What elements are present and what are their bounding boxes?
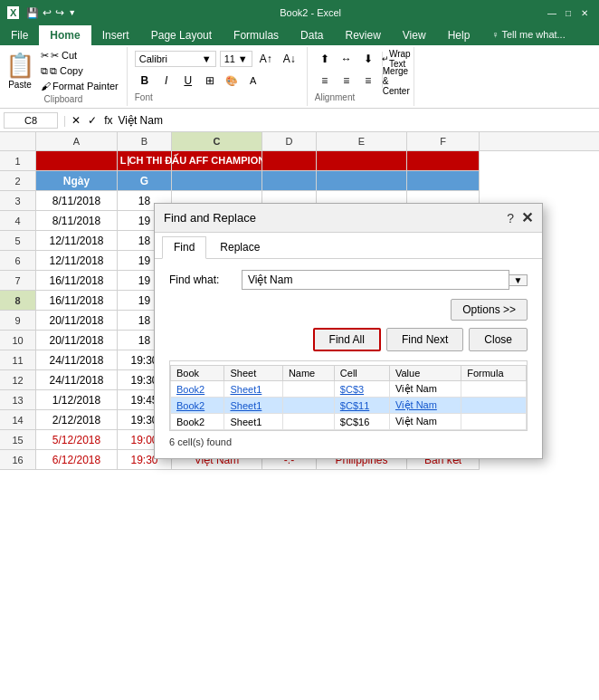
cell-a11[interactable]: 24/11/2018 [36, 350, 118, 370]
cell-a6[interactable]: 12/11/2018 [36, 251, 118, 271]
tab-review[interactable]: Review [334, 25, 391, 45]
cell-a4[interactable]: 8/11/2018 [36, 211, 118, 231]
cell-a7[interactable]: 16/11/2018 [36, 271, 118, 291]
cell-a8[interactable]: 16/11/2018 [36, 291, 118, 311]
col-header-d[interactable]: D [262, 132, 317, 150]
cell-b2[interactable]: G [118, 171, 172, 191]
cell-c2[interactable] [172, 171, 262, 191]
save-icon[interactable]: 💾 [26, 7, 39, 19]
col-header-b[interactable]: B [118, 132, 172, 150]
row-header-9[interactable]: 9 [0, 311, 36, 331]
find-next-button[interactable]: Find Next [386, 328, 463, 351]
dialog-close-btn[interactable]: ✕ [521, 209, 533, 226]
result-row-1[interactable]: Book2 Sheet1 $C$3 Việt Nam [171, 381, 527, 398]
align-left-btn[interactable]: ≡ [315, 71, 335, 91]
increase-font-btn[interactable]: A↑ [256, 49, 276, 69]
font-size-dropdown[interactable]: 11 ▼ [220, 51, 252, 67]
tab-home[interactable]: Home [39, 25, 90, 45]
cell-a1[interactable] [36, 151, 118, 171]
tab-help[interactable]: Help [437, 25, 481, 45]
cell-a9[interactable]: 20/11/2018 [36, 311, 118, 331]
paste-button[interactable]: 📋 Paste [5, 52, 34, 90]
row-header-13[interactable]: 13 [0, 390, 36, 410]
cell-f2[interactable] [407, 171, 480, 191]
dialog-tab-find[interactable]: Find [162, 236, 206, 259]
tab-tell-me[interactable]: ♀ Tell me what... [480, 25, 575, 45]
cell-c1[interactable]: LỊCH THI ĐẤU AFF CHAMPIONSHIP 2018 [172, 151, 262, 171]
find-all-button[interactable]: Find All [313, 328, 381, 351]
cell-a12[interactable]: 24/11/2018 [36, 370, 118, 390]
cell-d1[interactable] [262, 151, 317, 171]
cut-button[interactable]: ✂✂ Cut [38, 49, 121, 62]
align-middle-btn[interactable]: ↔ [337, 49, 357, 69]
cell-a16[interactable]: 6/12/2018 [36, 450, 118, 470]
cell-a14[interactable]: 2/12/2018 [36, 410, 118, 430]
row-header-8[interactable]: 8 [0, 291, 36, 311]
tab-view[interactable]: View [392, 25, 437, 45]
align-top-btn[interactable]: ⬆ [315, 49, 335, 69]
tab-insert[interactable]: Insert [91, 25, 140, 45]
find-what-input[interactable] [242, 270, 509, 290]
tab-formulas[interactable]: Formulas [223, 25, 290, 45]
align-bottom-btn[interactable]: ⬇ [358, 49, 378, 69]
redo-icon[interactable]: ↪ [55, 6, 64, 19]
cell-a15[interactable]: 5/12/2018 [36, 430, 118, 450]
row-header-1[interactable]: 1 [0, 151, 36, 171]
row-header-6[interactable]: 6 [0, 251, 36, 271]
format-painter-button[interactable]: 🖌Format Painter [38, 80, 121, 92]
row-header-11[interactable]: 11 [0, 350, 36, 370]
cell-e1[interactable] [317, 151, 407, 171]
row-header-2[interactable]: 2 [0, 171, 36, 191]
row-header-4[interactable]: 4 [0, 211, 36, 231]
cell-a5[interactable]: 12/11/2018 [36, 231, 118, 251]
undo-icon[interactable]: ↩ [43, 6, 52, 19]
underline-btn[interactable]: U [178, 71, 198, 91]
cell-a3[interactable]: 8/11/2018 [36, 191, 118, 211]
cell-a10[interactable]: 20/11/2018 [36, 331, 118, 350]
font-name-dropdown[interactable]: Calibri ▼ [135, 51, 216, 67]
col-header-c[interactable]: C [172, 132, 262, 150]
row-header-12[interactable]: 12 [0, 370, 36, 390]
options-button[interactable]: Options >> [451, 299, 528, 321]
cell-a13[interactable]: 1/12/2018 [36, 390, 118, 410]
font-color-btn[interactable]: A [243, 71, 263, 91]
cell-d2[interactable] [262, 171, 317, 191]
tab-page-layout[interactable]: Page Layout [140, 25, 223, 45]
cell-a2[interactable]: Ngày [36, 171, 118, 191]
decrease-font-btn[interactable]: A↓ [280, 49, 300, 69]
minimize-btn[interactable]: — [545, 5, 559, 20]
col-header-f[interactable]: F [407, 132, 480, 150]
border-btn[interactable]: ⊞ [200, 71, 220, 91]
tab-file[interactable]: File [0, 25, 39, 45]
close-button[interactable]: Close [469, 328, 528, 351]
row-header-14[interactable]: 14 [0, 410, 36, 430]
col-header-e[interactable]: E [317, 132, 407, 150]
confirm-formula-icon[interactable]: ✓ [88, 114, 97, 127]
row-header-10[interactable]: 10 [0, 331, 36, 350]
merge-center-btn[interactable]: Merge & Center [386, 71, 406, 91]
row-header-3[interactable]: 3 [0, 191, 36, 211]
row-header-5[interactable]: 5 [0, 231, 36, 251]
quick-access-dropdown[interactable]: ▼ [68, 8, 76, 17]
bold-btn[interactable]: B [135, 71, 155, 91]
find-what-dropdown[interactable]: ▼ [509, 274, 528, 286]
align-right-btn[interactable]: ≡ [358, 71, 378, 91]
cancel-formula-icon[interactable]: ✕ [71, 114, 81, 127]
cell-f1[interactable] [407, 151, 480, 171]
col-header-a[interactable]: A [36, 132, 118, 150]
cell-reference-box[interactable] [4, 112, 58, 129]
row-header-7[interactable]: 7 [0, 271, 36, 291]
row-header-16[interactable]: 16 [0, 450, 36, 470]
tab-data[interactable]: Data [290, 25, 334, 45]
row-header-15[interactable]: 15 [0, 430, 36, 450]
result-row-2[interactable]: Book2 Sheet1 $C$11 Việt Nam [171, 398, 527, 414]
dialog-help-btn[interactable]: ? [507, 211, 514, 225]
insert-function-icon[interactable]: fx [104, 114, 112, 127]
cell-e2[interactable] [317, 171, 407, 191]
align-center-btn[interactable]: ≡ [337, 71, 357, 91]
copy-button[interactable]: ⧉⧉ Copy [38, 64, 121, 78]
maximize-btn[interactable]: □ [561, 5, 575, 20]
result-row-3[interactable]: Book2 Sheet1 $C$16 Việt Nam [171, 414, 527, 430]
dialog-tab-replace[interactable]: Replace [208, 236, 271, 258]
formula-input[interactable] [116, 112, 599, 129]
